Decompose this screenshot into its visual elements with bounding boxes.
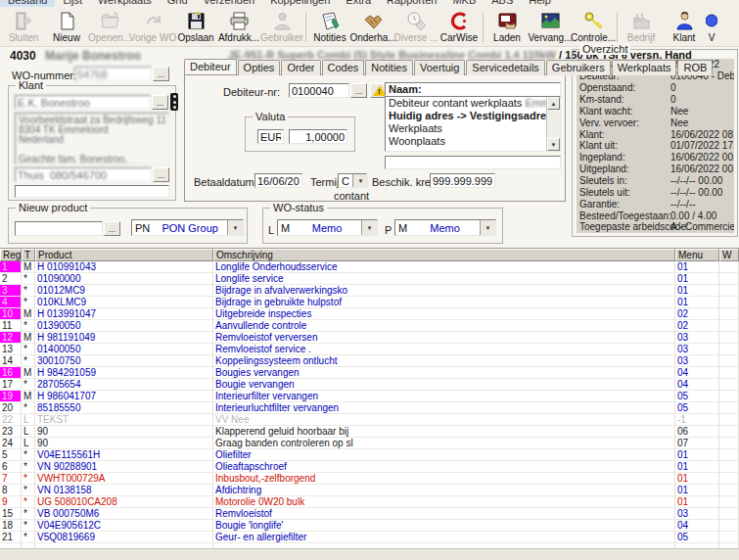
grid-row-5[interactable]: 5*V04E115561HOliefilter01 — [0, 449, 739, 461]
grid-row-21[interactable]: 21*V5Q0819669Geur- en allergiefilter05 — [0, 532, 739, 543]
menu-koppelingen[interactable]: Koppelingen — [262, 0, 338, 7]
valuta-code-input[interactable] — [257, 129, 284, 144]
grid-row-15[interactable]: 15*VB 000750M6Remvloeistof03 — [0, 508, 739, 520]
grid-row-4[interactable]: 4*010KLMC9Bijdrage in gebruikte hulpstof… — [0, 297, 739, 308]
klant-status-indicator-icon[interactable] — [170, 93, 178, 111]
menu-extra[interactable]: Extra — [338, 0, 379, 7]
grid-row-19[interactable]: 19MH 986041707Interieurfilter vervangen0… — [0, 391, 739, 402]
valuta-rate-input[interactable] — [289, 129, 347, 144]
wo-status-p-combo[interactable]: M Memo ▼ — [394, 219, 496, 236]
column-header-product[interactable]: Product — [35, 249, 213, 261]
tab-gebruikers[interactable]: Gebruikers — [546, 60, 611, 75]
wo-nummer-browse-button[interactable]: ... — [153, 67, 169, 81]
grid-row-23[interactable]: 23L90Klapperend geluid hoorbaar bij06 — [0, 426, 739, 438]
grid-row-9[interactable]: 9*UG 508010CA208Motorolie 0W20 bulk01 — [0, 496, 739, 508]
toolbar-button-carwise[interactable]: CarWise — [438, 9, 481, 46]
column-header-w[interactable]: W — [719, 249, 739, 261]
grid-row-17[interactable]: 17*28705654Bougie vervangen04 — [0, 379, 739, 391]
product-group-combo[interactable]: PN PON Group ▼ — [131, 219, 244, 236]
scroll-down-icon[interactable]: ▼ — [547, 138, 560, 151]
grid-row-14[interactable]: 14*30010750Koppelingssysteem ontlucht03 — [0, 355, 739, 367]
workshop-order-window: BestandLijstWerkplaatsGridVerzendenKoppe… — [0, 0, 739, 560]
toolbar-button-controle[interactable]: Controle... — [572, 9, 615, 46]
toolbar-button-klant[interactable]: Klant — [663, 9, 706, 46]
menu-bestand[interactable]: Bestand — [0, 0, 55, 7]
naam-scrollbar[interactable]: ▲ ▼ — [546, 97, 560, 151]
column-header-t[interactable]: T — [22, 249, 35, 261]
tab-rob[interactable]: ROB — [677, 60, 713, 75]
naam-list-item[interactable]: Huidig adres -> Vestigingsadres: — [386, 110, 546, 122]
tab-codes[interactable]: Codes — [322, 60, 365, 75]
cell-omschrijving: Remvloeistof verversen — [213, 332, 675, 344]
menu-help[interactable]: Help — [521, 0, 559, 7]
chevron-down-icon[interactable]: ▼ — [352, 174, 368, 187]
menu-grid[interactable]: Grid — [160, 0, 196, 7]
chevron-down-icon[interactable]: ▼ — [227, 220, 243, 235]
klant-phone-input[interactable] — [15, 167, 152, 182]
scroll-up-icon[interactable]: ▲ — [547, 97, 560, 110]
toolbar-button-afdrukk[interactable]: Afdrukk... — [217, 9, 260, 46]
column-header-omschrijving[interactable]: Omschrijving — [213, 249, 675, 261]
grid-row-3[interactable]: 3*01012MC9Bijdrage in afvalverwerkingsko… — [0, 285, 739, 297]
klant-extra-input[interactable] — [15, 185, 169, 198]
grid-row-22[interactable]: 22LTEKSTVV Nee-1 — [0, 414, 739, 426]
column-header-regel[interactable]: Regel — [0, 249, 22, 261]
menu-lijst[interactable]: Lijst — [55, 0, 90, 7]
menu-mkb[interactable]: MKB — [444, 0, 484, 7]
klant-phone-browse-button[interactable]: ... — [153, 167, 169, 182]
naam-list-item[interactable]: Debiteur contant werkplaats Emmeloord — [386, 97, 546, 110]
column-header-menu[interactable]: Menu — [675, 249, 719, 261]
grid-row-2[interactable]: 2*01090000Longlife service01 — [0, 273, 739, 285]
cell-type: * — [22, 402, 35, 414]
naam-list-item[interactable]: Werkplaats — [386, 122, 546, 135]
beschik-kred-input[interactable] — [430, 173, 495, 188]
nieuw-product-input[interactable] — [15, 221, 103, 236]
toolbar-button-nieuw[interactable]: Nieuw — [45, 9, 88, 46]
termijn-combo[interactable]: C ▼ — [338, 173, 367, 188]
wo-status-l-combo[interactable]: M Memo ▼ — [277, 219, 378, 236]
menu-werkplaats[interactable]: Werkplaats — [90, 0, 160, 7]
grid-row-13[interactable]: 13*01400050Remvloeistof service .03 — [0, 344, 739, 355]
chevron-down-icon[interactable]: ▼ — [361, 220, 377, 235]
klant-name-input[interactable] — [15, 95, 151, 110]
toolbar-button-opslaan[interactable]: Opslaan — [174, 9, 217, 46]
grid-row-16[interactable]: 16MH 984291059Bougies vervangen04 — [0, 367, 739, 379]
menu-verzenden[interactable]: Verzenden — [196, 0, 263, 7]
toolbar-button-notities[interactable]: Notities — [308, 9, 351, 46]
grid-row-1[interactable]: 1MH 010991043Longlife Onderhoudsservice0… — [0, 261, 739, 273]
grid-row-18[interactable]: 18*V04E905612CBougie 'longlife'04 — [0, 520, 739, 532]
tab-opties[interactable]: Opties — [238, 60, 281, 75]
tab-order[interactable]: Order — [281, 60, 320, 75]
wo-nummer-input[interactable] — [74, 67, 152, 81]
tab-notities[interactable]: Notities — [365, 60, 413, 75]
debiteur-nr-input[interactable] — [289, 83, 349, 98]
debiteur-nr-label: Debiteur-nr: — [223, 86, 280, 98]
grid-row-6[interactable]: 6*VN 90288901Olieaftapschroef01 — [0, 461, 739, 473]
klant-browse-button[interactable]: ... — [152, 95, 168, 110]
grid-row-20[interactable]: 20*85185550Interieurluchtfilter vervange… — [0, 402, 739, 414]
tab-servicedetails[interactable]: Servicedetails — [466, 60, 544, 75]
betaaldatum-input[interactable] — [254, 173, 302, 188]
grid-row-11[interactable]: 11*01390050Aanvullende controle02 — [0, 320, 739, 332]
tab-debiteur[interactable]: Debiteur — [184, 59, 237, 74]
menu-rapporten[interactable]: Rapporten — [379, 0, 444, 7]
grid-row-12[interactable]: 12MH 981191049Remvloeistof verversen03 — [0, 332, 739, 344]
naam-list-item[interactable]: Woonplaats — [386, 135, 546, 148]
overzicht-label: Openstaand: — [577, 82, 670, 93]
tab-voertuig[interactable]: Voertuig — [414, 60, 465, 75]
grid-row-8[interactable]: 8*VN 0138158Afdichtring01 — [0, 485, 739, 496]
grid-row-7[interactable]: 7*VWHT000729AInbusbout,-zelfborgend01 — [0, 473, 739, 485]
chevron-down-icon[interactable]: ▼ — [480, 220, 495, 235]
toolbar-button-onderha[interactable]: Onderha... — [351, 9, 394, 46]
nieuw-product-browse-button[interactable]: ... — [104, 221, 120, 236]
toolbar-button-vervang[interactable]: Vervang... — [529, 9, 572, 46]
toolbar-button-v[interactable]: V — [706, 9, 717, 46]
toolbar-button-laden[interactable]: Laden — [485, 9, 529, 46]
grid-row-10[interactable]: 10MH 013991047Uitgebreide inspecties02 — [0, 308, 739, 320]
cell-omschrijving: Inbusbout,-zelfborgend — [213, 473, 675, 485]
debiteur-browse-button[interactable]: ... — [350, 83, 367, 98]
grid-row-24[interactable]: 24L90Graag banden controleren op sl07 — [0, 438, 739, 449]
naam-extra-input[interactable] — [385, 156, 561, 169]
tab-werkplaats[interactable]: Werkplaats — [612, 60, 677, 75]
menu-abs[interactable]: ABS — [484, 0, 521, 7]
